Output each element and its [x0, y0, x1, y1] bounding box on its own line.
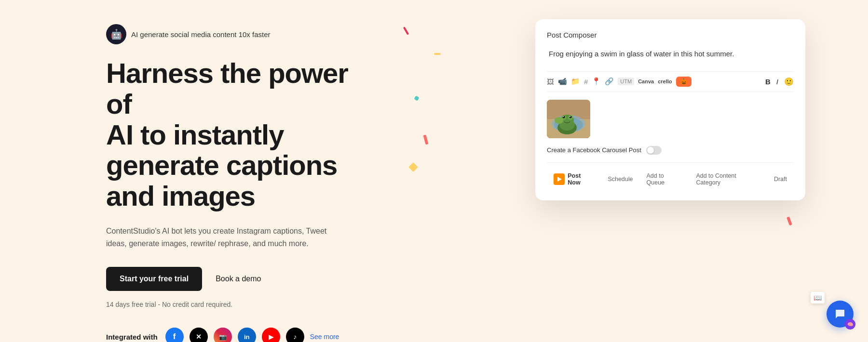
frog-image [547, 100, 590, 138]
composer-title: Post Composer [547, 31, 794, 39]
book-demo-button[interactable]: Book a demo [216, 275, 261, 283]
facebook-icon[interactable]: f [165, 328, 184, 342]
video-icon[interactable]: 📹 [558, 77, 567, 86]
schedule-tab[interactable]: Schedule [601, 173, 639, 185]
svg-point-10 [570, 116, 572, 118]
chat-icon [834, 308, 846, 320]
action-tabs: Post Now Schedule Add to Queue Add to Co… [547, 162, 794, 189]
chat-button[interactable]: 🧠 [827, 301, 854, 328]
post-composer-card: Post Composer Frog enjoying a swim in gl… [535, 19, 805, 200]
link-icon[interactable]: 🔗 [605, 77, 614, 86]
image-icon[interactable]: 🖼 [547, 78, 554, 86]
hero-subtext: ContentStudio's AI bot lets you create I… [106, 225, 338, 250]
carousel-label: Create a Facebook Carousel Post [547, 146, 641, 154]
composer-toolbar: 🖼 📹 📁 # 📍 🔗 UTM Canva crello 🎃 B I 🙂 [547, 71, 794, 92]
badge-text: AI generate social media content 10x fas… [131, 30, 271, 39]
hashtag-icon[interactable]: # [584, 78, 588, 86]
see-more-link[interactable]: See more [310, 333, 339, 341]
add-to-queue-label: Add to Queue [647, 172, 683, 186]
add-to-queue-tab[interactable]: Add to Queue [640, 170, 690, 189]
utm-label: UTM [618, 78, 634, 85]
schedule-label: Schedule [608, 176, 633, 183]
carousel-toggle[interactable] [646, 146, 662, 155]
svg-point-9 [563, 116, 565, 118]
svg-point-11 [563, 116, 564, 117]
start-trial-button[interactable]: Start your free trial [106, 267, 202, 291]
robot-icon: 🤖 [106, 24, 126, 44]
toolbar-right: B I 🙂 [765, 77, 794, 86]
composer-caption: Frog enjoying a swim in glass of water i… [547, 49, 794, 60]
toolbar-left: 🖼 📹 📁 # 📍 🔗 UTM Canva crello 🎃 [547, 77, 692, 87]
youtube-icon[interactable]: ▶ [262, 328, 280, 342]
hero-left: 🤖 AI generate social media content 10x f… [106, 24, 376, 342]
instagram-icon[interactable]: 📷 [214, 328, 232, 342]
chat-widget[interactable]: 📖 🧠 [827, 301, 854, 328]
badge-row: 🤖 AI generate social media content 10x f… [106, 24, 376, 44]
mockup-section: Post Composer Frog enjoying a swim in gl… [535, 19, 805, 200]
svg-point-12 [570, 116, 570, 117]
integration-label: Integrated with [106, 333, 158, 341]
draft-label: Draft [774, 176, 787, 183]
post-now-label: Post Now [568, 172, 594, 186]
twitter-x-icon[interactable]: ✕ [190, 328, 208, 342]
content-category-tab[interactable]: Add to Content Category [689, 170, 767, 189]
folder-icon[interactable]: 📁 [571, 77, 580, 86]
canva-icon[interactable]: Canva [638, 79, 654, 84]
emoji-pumpkin-btn[interactable]: 🎃 [676, 77, 692, 87]
bold-icon[interactable]: B [765, 78, 771, 86]
linkedin-icon[interactable]: in [238, 328, 256, 342]
emoji-icon[interactable]: 🙂 [784, 77, 794, 86]
post-now-tab[interactable]: Post Now [547, 170, 601, 189]
content-category-label: Add to Content Category [696, 172, 760, 186]
tiktok-icon[interactable]: ♪ [286, 328, 304, 342]
book-icon: 📖 [811, 292, 825, 303]
italic-icon[interactable]: I [776, 78, 778, 86]
integration-row: Integrated with f ✕ 📷 in ▶ ♪ See more [106, 328, 376, 342]
crello-icon[interactable]: crello [658, 79, 672, 84]
location-icon[interactable]: 📍 [592, 77, 601, 86]
main-heading: Harness the power of AI to instantly gen… [106, 58, 376, 211]
post-now-icon [554, 173, 565, 185]
draft-tab[interactable]: Draft [767, 173, 794, 185]
carousel-row: Create a Facebook Carousel Post [547, 146, 794, 155]
brain-icon: 🧠 [845, 319, 855, 329]
cta-row: Start your free trial Book a demo [106, 267, 376, 291]
trial-note: 14 days free trial - No credit card requ… [106, 301, 376, 308]
